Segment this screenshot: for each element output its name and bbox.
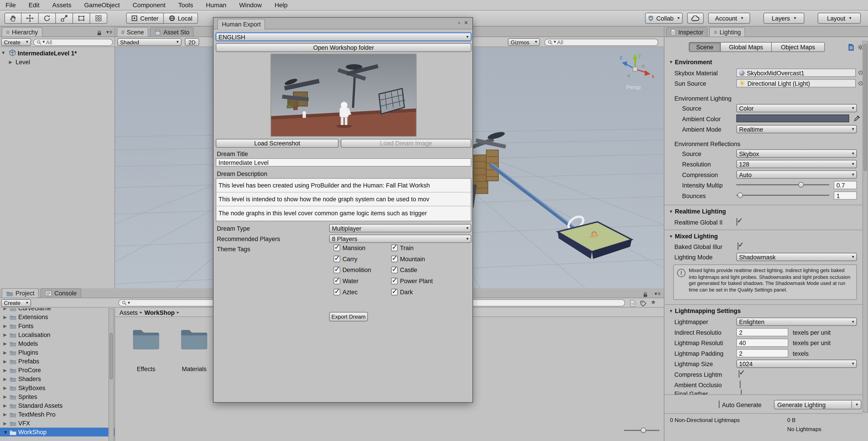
intensity-value-field[interactable]: 0.7: [834, 181, 857, 189]
tag-water[interactable]: ✓Water: [334, 278, 359, 284]
pivot-mode-button[interactable]: Center: [126, 13, 164, 24]
search-by-label-button[interactable]: [640, 300, 647, 307]
ambient-occlusion-checkbox[interactable]: [740, 381, 741, 388]
2d-toggle-button[interactable]: 2D: [185, 38, 199, 46]
scene-search-input[interactable]: ▾ All: [545, 38, 658, 46]
menu-assets[interactable]: Assets: [47, 0, 77, 10]
tab-scene[interactable]: #Scene: [117, 27, 148, 37]
load-dream-image-button[interactable]: Load Dream Image: [341, 139, 471, 148]
foldout-closed-icon[interactable]: ▶: [9, 60, 12, 64]
skybox-material-field[interactable]: SkyboxMidOvercast1: [736, 68, 856, 77]
realtime-gi-checkbox[interactable]: ✓: [736, 218, 738, 226]
dream-description-textarea[interactable]: This level has been created using ProBui…: [216, 178, 471, 221]
generate-lighting-button[interactable]: Generate Lighting ▾: [774, 400, 861, 410]
slider-thumb[interactable]: [641, 428, 646, 433]
eyedropper-icon[interactable]: [854, 115, 860, 122]
auto-generate-checkbox[interactable]: [718, 401, 720, 408]
search-filter-caret[interactable]: ▾: [128, 301, 130, 305]
ambient-mode-dropdown[interactable]: Realtime▾: [736, 125, 857, 133]
bounces-slider[interactable]: [736, 191, 829, 198]
search-filter-caret[interactable]: ▾: [42, 40, 45, 44]
section-realtime-lighting[interactable]: ▼Realtime Lighting: [669, 208, 726, 215]
project-lock-icon[interactable]: [642, 290, 648, 297]
resolution-dropdown[interactable]: 128▾: [736, 160, 857, 168]
bounces-value-field[interactable]: 1: [834, 191, 857, 200]
menu-tools[interactable]: Tools: [173, 0, 199, 10]
menu-edit[interactable]: Edit: [23, 0, 45, 10]
project-pane-menu[interactable]: ▾≡: [654, 291, 660, 296]
load-screenshot-button[interactable]: Load Screenshot: [216, 139, 339, 148]
folder-row-fonts[interactable]: ▶Fonts: [0, 321, 115, 330]
lightmap-padding-field[interactable]: 2: [736, 349, 788, 357]
folder-row-sprites[interactable]: ▶Sprites: [0, 392, 115, 401]
menu-window[interactable]: Window: [234, 0, 267, 10]
project-create-button[interactable]: Create▾: [1, 299, 31, 307]
section-mixed-lighting[interactable]: ▼Mixed Lighting: [669, 233, 718, 240]
folder-row-textmesh-pro[interactable]: ▶TextMesh Pro: [0, 410, 115, 419]
asset-label-effects[interactable]: Effects: [132, 366, 160, 372]
folder-row-prefabs[interactable]: ▶Prefabs: [0, 357, 115, 366]
subtab-object-maps[interactable]: Object Maps: [772, 42, 825, 52]
tab-inspector[interactable]: Inspector: [666, 27, 708, 37]
collab-button[interactable]: Collab▾: [645, 13, 683, 24]
tab-hierarchy[interactable]: ≡Hierarchy: [2, 27, 42, 37]
asset-label-materials[interactable]: Materials: [180, 366, 209, 372]
favorites-star-button[interactable]: ★: [651, 299, 656, 306]
menu-gameobject[interactable]: GameObject: [79, 0, 125, 10]
compression-dropdown[interactable]: Auto▾: [736, 170, 857, 179]
slider-thumb[interactable]: [738, 192, 743, 198]
folder-row-curvegame[interactable]: ▶CurveGame: [0, 308, 115, 313]
lightmap-resolution-field[interactable]: 40: [736, 339, 788, 347]
menu-human[interactable]: Human: [200, 0, 232, 10]
asset-folder-effects[interactable]: [132, 328, 160, 351]
transform-tool-button[interactable]: [90, 13, 107, 24]
folder-row-skyboxes[interactable]: ▶SkyBoxes: [0, 383, 115, 392]
ambient-color-swatch[interactable]: [736, 115, 849, 122]
folder-row-standard-assets[interactable]: ▶Standard Assets: [0, 401, 115, 410]
space-mode-button[interactable]: Local: [164, 13, 198, 24]
refl-source-dropdown[interactable]: Skybox▾: [736, 149, 857, 158]
baked-gi-checkbox[interactable]: ✓: [738, 242, 739, 250]
subtab-scene[interactable]: Scene: [689, 42, 721, 52]
compress-lightmaps-checkbox[interactable]: ✓: [739, 370, 740, 378]
scale-tool-button[interactable]: [56, 13, 73, 24]
account-dropdown[interactable]: Account▾: [708, 13, 750, 24]
breadcrumb-assets[interactable]: Assets: [119, 309, 138, 315]
lighting-scrollbar-thumb[interactable]: [864, 44, 867, 171]
slider-thumb[interactable]: [798, 182, 804, 187]
hierarchy-root-row[interactable]: ▼ IntermediateLevel 1*: [1, 48, 114, 58]
cloud-button[interactable]: [687, 13, 704, 24]
dialog-title-tab[interactable]: Human Export: [217, 19, 265, 29]
lighting-mode-dropdown[interactable]: Shadowmask▾: [736, 253, 857, 261]
folder-row-shaders[interactable]: ▶Shaders: [0, 375, 115, 383]
breadcrumb-workshop[interactable]: WorkShop: [145, 309, 175, 315]
folder-row-plugins[interactable]: ▶Plugins: [0, 348, 115, 357]
tab-asset-store[interactable]: Asset Sto: [150, 27, 194, 37]
folder-row-vfx[interactable]: ▶VFX: [0, 419, 115, 428]
dream-title-input[interactable]: Intermediate Level: [216, 158, 471, 167]
tag-train[interactable]: ✓Train: [391, 245, 413, 251]
maximize-icon[interactable]: ▫: [458, 20, 461, 26]
players-dropdown[interactable]: 8 Players▾: [329, 234, 471, 243]
env-source-dropdown[interactable]: Color▾: [736, 104, 857, 113]
section-environment[interactable]: ▼Environment: [669, 59, 712, 65]
indirect-resolution-field[interactable]: 2: [736, 328, 788, 337]
tag-demolition[interactable]: ✓Demolition: [334, 266, 371, 273]
tag-mountain[interactable]: ✓Mountain: [391, 256, 425, 262]
tab-project[interactable]: Project: [2, 288, 39, 297]
move-tool-button[interactable]: [22, 13, 39, 24]
hierarchy-level-row[interactable]: ▶ Level: [9, 58, 30, 66]
tab-console[interactable]: Console: [40, 288, 81, 297]
menu-component[interactable]: Component: [127, 0, 171, 10]
reference-doc-icon[interactable]: [848, 43, 854, 51]
hierarchy-create-button[interactable]: Create▾: [1, 38, 31, 46]
hierarchy-pane-menu[interactable]: ▾≡: [106, 29, 112, 35]
tag-mansion[interactable]: ✓Mansion: [334, 245, 366, 251]
asset-folder-materials[interactable]: [180, 328, 209, 351]
gizmos-dropdown[interactable]: Gizmos▾: [508, 38, 540, 46]
tab-lighting[interactable]: ≡Lighting: [710, 27, 745, 37]
tree-scrollbar[interactable]: [108, 308, 114, 441]
layout-dropdown[interactable]: Layout▾: [817, 13, 861, 24]
subtab-global-maps[interactable]: Global Maps: [721, 42, 772, 52]
thumbnail-size-slider[interactable]: [624, 427, 659, 434]
